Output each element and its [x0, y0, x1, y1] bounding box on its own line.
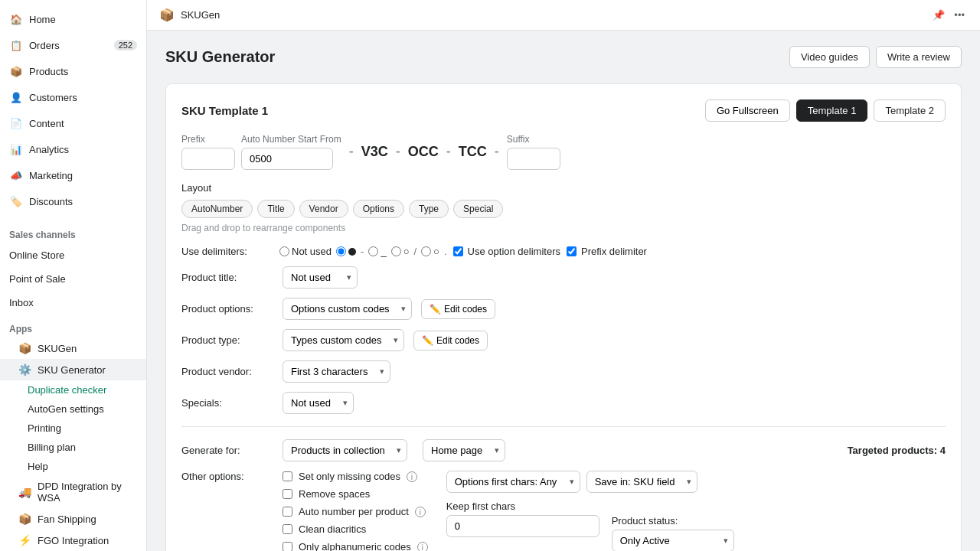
pill-autonumber[interactable]: AutoNumber: [181, 200, 253, 218]
set-missing-checkbox[interactable]: [283, 471, 292, 481]
template1-button[interactable]: Template 1: [796, 99, 868, 122]
sales-channels-header: Sales channels: [0, 220, 146, 243]
sidebar-item-fan-shipping[interactable]: 📦 Fan Shipping: [0, 508, 146, 530]
generate-for-label: Generate for:: [181, 445, 273, 456]
sidebar-item-customers[interactable]: 👤 Customers: [0, 84, 146, 110]
product-options-select[interactable]: Options custom codes Not used: [283, 298, 412, 320]
sidebar-sub-printing[interactable]: Printing: [0, 419, 146, 438]
checkbox-auto-number[interactable]: Auto number per product i: [283, 506, 428, 517]
pill-special[interactable]: Special: [453, 200, 503, 218]
prefix-delimiter-label: Prefix delimiter: [581, 246, 647, 257]
product-type-select[interactable]: Types custom codes Not used Full type: [283, 329, 404, 351]
go-fullscreen-button[interactable]: Go Fullscreen: [705, 99, 790, 122]
analytics-icon: 📊: [9, 142, 23, 156]
sidebar-sub-duplicate-checker[interactable]: Duplicate checker: [0, 380, 146, 399]
sidebar-item-point-of-sale[interactable]: Point of Sale: [0, 267, 146, 291]
sidebar-item-fgo[interactable]: ⚡ FGO Integration: [0, 530, 146, 551]
template2-button[interactable]: Template 2: [874, 99, 946, 122]
generate-for-row: Generate for: Products in collection All…: [181, 439, 946, 461]
generate-for-select[interactable]: Products in collection All products Sele…: [283, 439, 407, 461]
auto-number-checkbox[interactable]: [283, 507, 292, 517]
alphanumeric-label: Only alphanumeric codes: [299, 541, 411, 551]
clean-diacritics-checkbox[interactable]: [283, 524, 292, 534]
specials-row: Specials: Not used: [181, 392, 946, 414]
skugen-icon: 📦: [18, 342, 31, 354]
page-header: SKU Generator Video guides Write a revie…: [165, 46, 962, 68]
alphanumeric-info-icon[interactable]: i: [417, 542, 428, 552]
auto-number-label-2: Auto number per product: [299, 506, 409, 517]
use-option-delimiters-checkbox[interactable]: [453, 246, 463, 256]
sidebar-item-dpd[interactable]: 🚚 DPD Integration by WSA: [0, 476, 146, 508]
sku-template-card: SKU Template 1 Go Fullscreen Template 1 …: [165, 83, 962, 551]
specials-select[interactable]: Not used: [283, 392, 354, 414]
suffix-input[interactable]: [507, 148, 560, 170]
product-vendor-select[interactable]: First 3 characters Not used Full vendor: [283, 360, 390, 383]
collection-select[interactable]: Home page: [423, 439, 505, 461]
prefix-delimiter-checkbox[interactable]: [567, 246, 577, 256]
product-vendor-label: Product vendor:: [181, 366, 273, 377]
product-status-select[interactable]: Only Active All Draft Archived: [612, 530, 734, 551]
pill-type[interactable]: Type: [409, 200, 449, 218]
topbar: 📦 SKUGen 📌 •••: [147, 0, 980, 31]
video-guides-button[interactable]: Video guides: [789, 46, 870, 68]
checkbox-remove-spaces[interactable]: Remove spaces: [283, 488, 428, 500]
auto-number-input[interactable]: [241, 148, 333, 170]
sidebar-item-analytics[interactable]: 📊 Analytics: [0, 136, 146, 162]
radio-not-used[interactable]: Not used: [279, 246, 332, 257]
alphanumeric-checkbox[interactable]: [283, 542, 292, 551]
sidebar-item-discounts[interactable]: 🏷️ Discounts: [0, 188, 146, 214]
set-missing-info-icon[interactable]: i: [407, 471, 417, 482]
sep2: -: [396, 144, 400, 160]
other-options-label: Other options:: [181, 471, 273, 482]
other-options-row: Other options: Set only missing codes i …: [181, 471, 946, 551]
prefix-input[interactable]: [181, 148, 235, 170]
slash-separator: /: [413, 246, 416, 257]
pill-options[interactable]: Options: [353, 200, 404, 218]
options-left: Set only missing codes i Remove spaces A…: [283, 471, 428, 551]
sidebar-item-inbox[interactable]: Inbox: [0, 291, 146, 315]
sidebar-sub-autogen[interactable]: AutoGen settings: [0, 399, 146, 419]
page-body: SKU Generator Video guides Write a revie…: [147, 31, 980, 551]
topbar-actions: 📌 •••: [929, 6, 968, 24]
pin-icon[interactable]: 📌: [929, 6, 948, 24]
radio-underscore[interactable]: _: [368, 246, 386, 257]
checkbox-set-missing[interactable]: Set only missing codes i: [283, 471, 428, 482]
home-icon: 🏠: [9, 12, 23, 26]
template-action-buttons: Go Fullscreen Template 1 Template 2: [705, 99, 946, 122]
product-vendor-select-wrapper: First 3 characters Not used Full vendor: [283, 360, 390, 383]
radio-circle2[interactable]: ○: [421, 246, 439, 257]
keep-first-chars-input[interactable]: [446, 515, 599, 537]
more-options-icon[interactable]: •••: [951, 6, 968, 24]
auto-number-info-icon[interactable]: i: [415, 507, 426, 517]
sidebar-item-orders[interactable]: 📋 Orders 252: [0, 32, 146, 58]
checkbox-clean-diacritics[interactable]: Clean diacritics: [283, 523, 428, 535]
product-status-wrapper: Only Active All Draft Archived: [612, 530, 734, 551]
sidebar-item-skugen[interactable]: 📦 SKUGen: [0, 337, 146, 359]
sidebar-item-home[interactable]: 🏠 Home: [0, 6, 146, 32]
product-type-edit-button[interactable]: ✏️ Edit codes: [413, 331, 488, 350]
product-options-edit-button[interactable]: ✏️ Edit codes: [421, 299, 495, 319]
sidebar-item-content[interactable]: 📄 Content: [0, 110, 146, 136]
pill-title[interactable]: Title: [257, 200, 294, 218]
period-separator: .: [444, 246, 447, 257]
keep-first-chars-label: Keep first chars: [446, 500, 734, 512]
sidebar-sub-help[interactable]: Help: [0, 457, 146, 476]
sidebar-item-sku-generator[interactable]: ⚙️ SKU Generator: [0, 359, 146, 380]
radio-dot[interactable]: [336, 246, 356, 256]
checkbox-alphanumeric[interactable]: Only alphanumeric codes i: [283, 541, 428, 551]
save-in-select[interactable]: Save in: SKU field Barcode field Metafie…: [586, 471, 697, 493]
sidebar-sub-billing[interactable]: Billing plan: [0, 438, 146, 457]
sidebar-item-marketing[interactable]: 📣 Marketing: [0, 162, 146, 188]
pill-vendor[interactable]: Vendor: [299, 200, 348, 218]
remove-spaces-checkbox[interactable]: [283, 489, 292, 499]
product-title-select[interactable]: Not used Full title First word: [283, 266, 358, 289]
sidebar-item-online-store[interactable]: Online Store: [0, 243, 146, 267]
sidebar-item-products[interactable]: 📦 Products: [0, 58, 146, 84]
radio-circle[interactable]: ○: [391, 246, 410, 257]
write-review-button[interactable]: Write a review: [876, 46, 962, 68]
products-icon: 📦: [9, 64, 23, 78]
generate-for-select-wrapper: Products in collection All products Sele…: [283, 439, 407, 461]
divider: [181, 426, 946, 427]
options-first-chars-select[interactable]: Options first chars: Any 123: [446, 471, 580, 493]
save-in-wrapper: Save in: SKU field Barcode field Metafie…: [586, 471, 697, 493]
